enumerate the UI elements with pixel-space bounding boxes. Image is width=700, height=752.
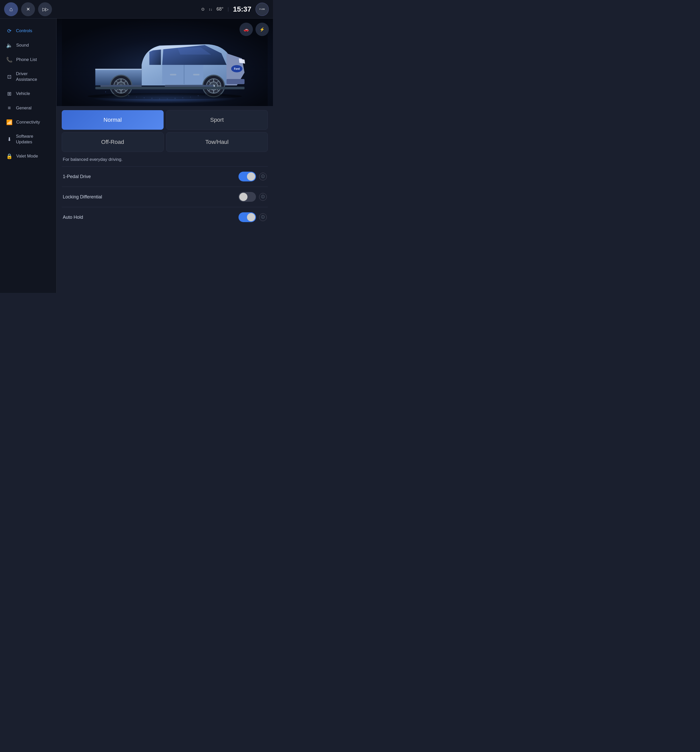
sidebar-item-general[interactable]: ≡ General [0, 101, 56, 115]
settings-list: 1-Pedal Drive ⓘ Locking Differential ⓘ A [57, 166, 273, 293]
sound-icon: 🔈 [6, 42, 12, 48]
vehicle-icon: ⊞ [6, 90, 12, 97]
sidebar-label-vehicle: Vehicle [16, 91, 30, 96]
hood-icon-button[interactable]: 🚗 [239, 23, 253, 36]
svg-rect-22 [170, 74, 177, 75]
vehicle-badge: F-150 [256, 3, 269, 16]
setting-auto-hold: Auto Hold ⓘ [62, 207, 268, 227]
software-updates-icon: ⬇ [6, 136, 12, 142]
controls-icon: ⟳ [6, 28, 12, 34]
auto-hold-toggle[interactable] [239, 212, 256, 222]
sidebar-item-sound[interactable]: 🔈 Sound [0, 38, 56, 53]
mode-sport-label: Sport [210, 117, 224, 123]
sidebar-label-phonelist: Phone List [16, 57, 37, 62]
hood-icon: 🚗 [244, 27, 249, 32]
home-icon: ⌂ [9, 6, 12, 12]
locking-diff-toggle[interactable] [239, 192, 256, 202]
svg-point-53 [88, 93, 242, 99]
sidebar-label-connectivity: Connectivity [16, 120, 40, 125]
setting-locking-diff: Locking Differential ⓘ [62, 186, 268, 207]
content-area: Ford [57, 19, 273, 293]
top-bar-right: ⊙ ↕↓ 68° | 15:37 F-150 [201, 3, 269, 16]
svg-rect-25 [227, 79, 245, 84]
top-bar-left: ⌂ ✕ ▷▷ [4, 2, 52, 16]
mode-description-text: For balanced everyday driving. [63, 157, 123, 162]
close-button[interactable]: ✕ [21, 2, 35, 16]
one-pedal-info-button[interactable]: ⓘ [259, 173, 267, 180]
close-icon: ✕ [26, 6, 30, 12]
locking-diff-info-button[interactable]: ⓘ [259, 193, 267, 201]
sidebar-item-controls[interactable]: ⟳ Controls [0, 24, 56, 38]
one-pedal-label: 1-Pedal Drive [63, 174, 235, 179]
mode-description: For balanced everyday driving. [57, 156, 273, 166]
svg-rect-52 [95, 87, 245, 89]
svg-text:Ford: Ford [234, 67, 239, 70]
mode-offroad-label: Off-Road [101, 139, 124, 145]
driver-assistance-icon: ⊡ [6, 74, 12, 80]
auto-hold-thumb [247, 213, 255, 221]
media-button[interactable]: ▷▷ [38, 2, 52, 16]
connectivity-icon: 📶 [6, 119, 12, 125]
mode-normal-button[interactable]: Normal [62, 110, 164, 130]
sidebar-label-controls: Controls [16, 28, 32, 34]
charge-icon: ⚡ [259, 27, 265, 32]
mode-normal-label: Normal [103, 117, 122, 123]
sidebar: ⟳ Controls 🔈 Sound 📞 Phone List ⊡ Driver… [0, 19, 57, 293]
sidebar-item-driver-assistance[interactable]: ⊡ DriverAssistance [0, 67, 56, 87]
vehicle-image-area: Ford [57, 19, 273, 106]
mode-towhaul-button[interactable]: Tow/Haul [166, 132, 268, 152]
svg-point-16 [105, 92, 106, 92]
locking-diff-thumb [239, 193, 247, 201]
signal-icon: ↕↓ [209, 7, 212, 11]
vehicle-overlay-icons: 🚗 ⚡ [239, 23, 269, 36]
sidebar-item-valet-mode[interactable]: 🔒 Valet Mode [0, 149, 56, 163]
sidebar-label-general: General [16, 105, 31, 111]
drive-modes: Normal Sport Off-Road Tow/Haul [57, 106, 273, 156]
sidebar-label-driver-assistance: DriverAssistance [16, 71, 37, 82]
svg-rect-50 [101, 85, 142, 87]
one-pedal-toggle[interactable] [239, 172, 256, 182]
valet-mode-icon: 🔒 [6, 153, 12, 159]
sidebar-item-phonelist[interactable]: 📞 Phone List [0, 53, 56, 67]
svg-rect-21 [193, 74, 200, 75]
main-layout: ⟳ Controls 🔈 Sound 📞 Phone List ⊡ Driver… [0, 19, 273, 293]
phone-icon: 📞 [6, 57, 12, 63]
mode-sport-button[interactable]: Sport [166, 110, 268, 130]
auto-hold-info-button[interactable]: ⓘ [259, 213, 267, 221]
general-icon: ≡ [6, 105, 12, 111]
sidebar-item-software-updates[interactable]: ⬇ SoftwareUpdates [0, 129, 56, 149]
sidebar-label-sound: Sound [16, 42, 29, 48]
sidebar-label-software-updates: SoftwareUpdates [16, 134, 33, 145]
truck-image: Ford [57, 19, 273, 106]
sidebar-item-vehicle[interactable]: ⊞ Vehicle [0, 87, 56, 101]
time-display: 15:37 [233, 5, 251, 13]
top-bar: ⌂ ✕ ▷▷ ⊙ ↕↓ 68° | 15:37 F-150 [0, 0, 273, 19]
one-pedal-info-icon: ⓘ [261, 174, 265, 179]
locking-diff-label: Locking Differential [63, 194, 235, 200]
mode-towhaul-label: Tow/Haul [205, 139, 228, 145]
charge-icon-button[interactable]: ⚡ [256, 23, 269, 36]
locking-diff-info-icon: ⓘ [261, 194, 265, 199]
temperature-display: 68° [216, 6, 223, 12]
svg-rect-51 [165, 85, 214, 87]
setting-one-pedal: 1-Pedal Drive ⓘ [62, 166, 268, 186]
auto-hold-info-icon: ⓘ [261, 215, 265, 219]
auto-hold-label: Auto Hold [63, 214, 235, 220]
home-button[interactable]: ⌂ [4, 2, 18, 16]
wifi-icon: ⊙ [201, 7, 205, 12]
media-icon: ▷▷ [42, 6, 48, 12]
mode-offroad-button[interactable]: Off-Road [62, 132, 164, 152]
sidebar-label-valet-mode: Valet Mode [16, 153, 38, 159]
sidebar-item-connectivity[interactable]: 📶 Connectivity [0, 115, 56, 129]
one-pedal-thumb [247, 172, 255, 181]
